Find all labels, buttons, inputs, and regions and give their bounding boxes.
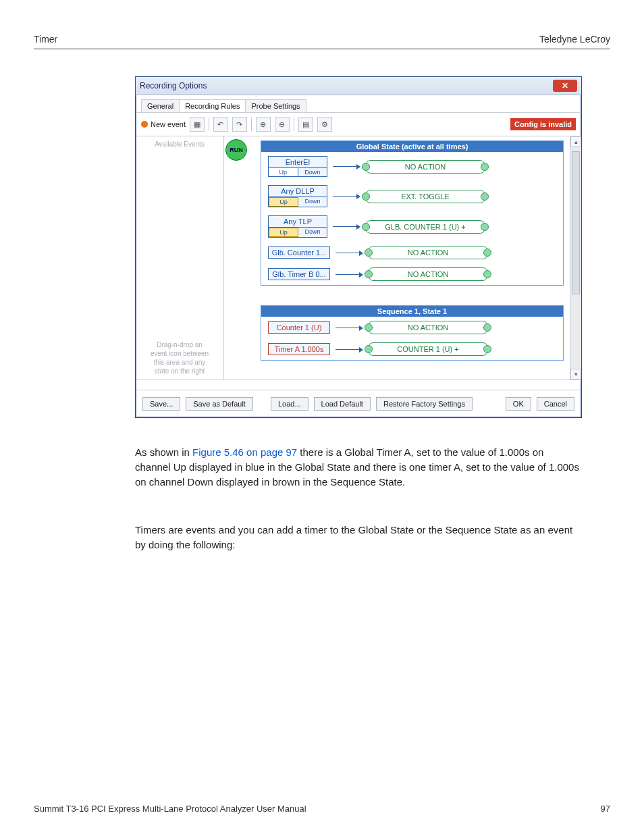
connector-icon xyxy=(336,253,363,253)
figure-link[interactable]: Figure 5.46 on page 97 xyxy=(192,446,297,458)
para1-pre: As shown in xyxy=(135,446,192,458)
header-right: Teledyne LeCroy xyxy=(539,34,610,45)
rule-row[interactable]: Timer A 1.000s COUNTER 1 (U) + xyxy=(261,338,563,360)
recording-options-window: Recording Options ✕ General Recording Ru… xyxy=(135,76,582,418)
channel-down[interactable]: Down xyxy=(298,168,327,176)
paste-icon[interactable]: ▦ xyxy=(190,117,205,132)
event-enterei[interactable]: EnterEI UpDown xyxy=(268,156,327,177)
global-state-block[interactable]: Global State (active at all times) Enter… xyxy=(261,140,564,286)
tab-probe-settings[interactable]: Probe Settings xyxy=(245,99,306,112)
options-icon[interactable]: ⚙ xyxy=(317,117,332,132)
hint-line: this area and any xyxy=(140,358,219,367)
event-label: Any DLLP xyxy=(269,186,327,197)
connector-icon xyxy=(333,166,360,167)
action-no-action[interactable]: NO ACTION xyxy=(368,246,488,259)
tabs: General Recording Rules Probe Settings xyxy=(136,95,581,113)
connector-icon xyxy=(336,349,363,350)
new-event-button[interactable]: New event xyxy=(141,120,186,128)
tab-recording-rules[interactable]: Recording Rules xyxy=(179,99,246,112)
connector-icon xyxy=(333,226,360,227)
action-no-action[interactable]: NO ACTION xyxy=(368,267,488,281)
footer-page-number: 97 xyxy=(601,804,610,814)
event-glb-timer-b[interactable]: Glb. Timer B 0... xyxy=(268,268,330,280)
separator xyxy=(209,118,209,131)
scroll-thumb[interactable] xyxy=(572,151,580,294)
zoom-in-icon[interactable]: ⊕ xyxy=(256,117,271,132)
workarea: Available Events Drag-n-drop an event ic… xyxy=(136,136,581,380)
scrollbar[interactable]: ▴ ▾ xyxy=(570,136,581,380)
body-paragraph-2: Timers are events and you can add a time… xyxy=(135,523,581,552)
sequence-state-header: Sequence 1, State 1 xyxy=(261,306,563,317)
event-counter-1[interactable]: Counter 1 (U) xyxy=(268,321,330,334)
event-label: EnterEI xyxy=(269,157,327,167)
event-timer-a[interactable]: Timer A 1.000s xyxy=(268,343,330,355)
hint-line: state on the right xyxy=(140,367,219,375)
separator xyxy=(294,118,294,131)
scroll-down-icon[interactable]: ▾ xyxy=(570,369,581,380)
event-label: Any TLP xyxy=(269,216,327,227)
event-glb-counter[interactable]: Glb. Counter 1... xyxy=(268,246,330,259)
drag-hint: Drag-n-drop an event icon between this a… xyxy=(140,340,219,375)
load-default-button[interactable]: Load Default xyxy=(314,397,371,411)
redo-icon[interactable]: ↷ xyxy=(232,117,247,132)
save-button[interactable]: Save... xyxy=(142,397,180,411)
action-no-action[interactable]: NO ACTION xyxy=(368,321,488,334)
rule-row[interactable]: Glb. Counter 1... NO ACTION xyxy=(261,242,563,263)
new-event-icon xyxy=(141,121,148,128)
hint-line: event icon between xyxy=(140,349,219,358)
toolbar: New event ▦ ↶ ↷ ⊕ ⊖ ▤ ⚙ Config is invali… xyxy=(136,113,581,136)
rule-row[interactable]: Any DLLP UpDown EXT. TOGGLE xyxy=(261,181,563,211)
available-events-panel: Available Events Drag-n-drop an event ic… xyxy=(136,136,224,380)
footer-left: Summit T3-16 PCI Express Multi-Lane Prot… xyxy=(34,804,306,814)
scroll-up-icon[interactable]: ▴ xyxy=(570,136,581,147)
rule-row[interactable]: Glb. Timer B 0... NO ACTION xyxy=(261,263,563,285)
load-button[interactable]: Load... xyxy=(271,397,308,411)
cancel-button[interactable]: Cancel xyxy=(537,397,574,411)
rule-row[interactable]: Counter 1 (U) NO ACTION xyxy=(261,317,563,338)
config-invalid-badge: Config is invalid xyxy=(510,118,576,130)
restore-factory-button[interactable]: Restore Factory Settings xyxy=(376,397,473,411)
action-no-action[interactable]: NO ACTION xyxy=(365,160,485,174)
run-node[interactable]: RUN xyxy=(225,139,247,161)
header-rule xyxy=(34,49,610,49)
body-paragraph-1: As shown in Figure 5.46 on page 97 there… xyxy=(135,445,581,489)
rule-row[interactable]: EnterEI UpDown NO ACTION xyxy=(261,152,563,181)
connector-icon xyxy=(336,328,363,328)
header-left: Timer xyxy=(34,34,57,45)
connector-icon xyxy=(333,196,360,197)
action-ext-toggle[interactable]: EXT. TOGGLE xyxy=(365,190,485,203)
save-as-default-button[interactable]: Save as Default xyxy=(186,397,253,411)
dialog-footer: Save... Save as Default Load... Load Def… xyxy=(136,390,581,417)
action-counter-1[interactable]: COUNTER 1 (U) + xyxy=(368,342,488,356)
rules-canvas[interactable]: RUN Global State (active at all times) E… xyxy=(224,136,581,380)
channel-up[interactable]: Up xyxy=(269,197,298,207)
view-icon[interactable]: ▤ xyxy=(298,117,313,132)
tab-general[interactable]: General xyxy=(141,99,180,112)
event-any-dllp[interactable]: Any DLLP UpDown xyxy=(268,185,327,207)
channel-up[interactable]: Up xyxy=(269,168,298,176)
close-icon[interactable]: ✕ xyxy=(553,80,577,92)
hint-line: Drag-n-drop an xyxy=(140,340,219,349)
available-events-label: Available Events xyxy=(140,140,219,148)
channel-up[interactable]: Up xyxy=(269,228,298,237)
separator xyxy=(251,118,252,131)
sequence-state-block[interactable]: Sequence 1, State 1 Counter 1 (U) NO ACT… xyxy=(261,305,564,361)
rule-row[interactable]: Any TLP UpDown GLB. COUNTER 1 (U) + xyxy=(261,211,563,242)
connector-icon xyxy=(336,274,363,275)
titlebar: Recording Options ✕ xyxy=(136,77,581,95)
global-state-header: Global State (active at all times) xyxy=(261,141,563,152)
event-any-tlp[interactable]: Any TLP UpDown xyxy=(268,215,327,238)
undo-icon[interactable]: ↶ xyxy=(213,117,228,132)
channel-down[interactable]: Down xyxy=(298,197,327,207)
action-glb-counter[interactable]: GLB. COUNTER 1 (U) + xyxy=(365,220,485,234)
window-title: Recording Options xyxy=(140,81,207,90)
zoom-out-icon[interactable]: ⊖ xyxy=(275,117,290,132)
ok-button[interactable]: OK xyxy=(506,397,531,411)
channel-down[interactable]: Down xyxy=(298,228,327,237)
new-event-label: New event xyxy=(151,120,186,128)
